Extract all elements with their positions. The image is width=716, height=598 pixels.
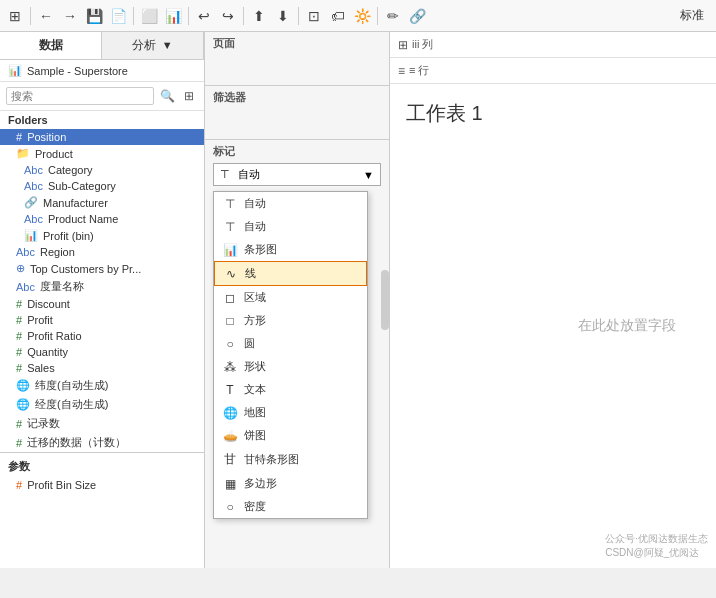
rows-shelf-label: ≡ 行 [409, 63, 429, 78]
field-list: Folders # Position 📁 Product Abc Categor… [0, 111, 204, 568]
field-item-category[interactable]: Abc Category [0, 162, 204, 178]
new-icon[interactable]: 📄 [107, 5, 129, 27]
field-item-recordcount[interactable]: # 记录数 [0, 414, 204, 433]
marks-dropdown-arrow: ▼ [363, 169, 374, 181]
field-item-latitude[interactable]: 🌐 纬度(自动生成) [0, 376, 204, 395]
sort-desc-icon[interactable]: ⬇ [272, 5, 294, 27]
watermark: 公众号·优阅达数据生态CSDN@阿疑_优阅达 [605, 532, 708, 560]
field-item-productname[interactable]: Abc Product Name [0, 211, 204, 227]
filters-title: 筛选器 [213, 90, 381, 105]
field-item-profitbinsize[interactable]: # Profit Bin Size [0, 477, 204, 493]
redo-icon[interactable]: ↪ [217, 5, 239, 27]
field-icon-profit: # [16, 314, 22, 326]
save-icon[interactable]: 💾 [83, 5, 105, 27]
tab-analysis[interactable]: 分析 ▼ [102, 32, 204, 59]
middle-panel: 页面 筛选器 标记 ⊤ 自动 ▼ ⊤ 自动 [205, 32, 390, 568]
field-icon-migrateddata: # [16, 437, 22, 449]
undo-icon[interactable]: ↩ [193, 5, 215, 27]
marks-option-map-icon: 🌐 [222, 406, 238, 420]
columns-shelf-icon: ⊞ [398, 38, 408, 52]
columns-shelf: ⊞ iii 列 [390, 32, 716, 58]
tab-data[interactable]: 数据 [0, 32, 102, 59]
marks-option-pie[interactable]: 🥧 饼图 [214, 424, 367, 447]
marks-option-circle[interactable]: ○ 圆 [214, 332, 367, 355]
pen-icon[interactable]: ✏ [382, 5, 404, 27]
datasource-name: Sample - Superstore [27, 65, 128, 77]
marks-option-auto1[interactable]: ⊤ 自动 [214, 192, 367, 215]
datasource-row: 📊 Sample - Superstore [0, 60, 204, 82]
marks-option-circle-icon: ○ [222, 337, 238, 351]
field-item-profitratio[interactable]: # Profit Ratio [0, 328, 204, 344]
field-icon-measurename: Abc [16, 281, 35, 293]
marks-option-map[interactable]: 🌐 地图 [214, 401, 367, 424]
marks-option-text[interactable]: T 文本 [214, 378, 367, 401]
marks-option-area[interactable]: ◻ 区域 [214, 286, 367, 309]
marks-option-density[interactable]: ○ 密度 [214, 495, 367, 518]
search-icon[interactable]: 🔍 [158, 86, 176, 106]
marks-option-square-label: 方形 [244, 313, 266, 328]
field-item-region[interactable]: Abc Region [0, 244, 204, 260]
main-layout: 数据 分析 ▼ 📊 Sample - Superstore 🔍 ⊞ Folder… [0, 32, 716, 568]
field-label-profitbin: Profit (bin) [43, 230, 94, 242]
field-icon-subcategory: Abc [24, 180, 43, 192]
back-icon[interactable]: ← [35, 5, 57, 27]
toolbar-separator-5 [298, 7, 299, 25]
marks-option-auto1-icon: ⊤ [222, 197, 238, 211]
field-item-quantity[interactable]: # Quantity [0, 344, 204, 360]
field-item-migrateddata[interactable]: # 迁移的数据（计数） [0, 433, 204, 452]
marks-option-gantt[interactable]: 甘 甘特条形图 [214, 447, 367, 472]
marks-option-square[interactable]: □ 方形 [214, 309, 367, 332]
app-logo-icon[interactable]: ⊞ [4, 5, 26, 27]
field-icon-manufacturer: 🔗 [24, 196, 38, 209]
forward-icon[interactable]: → [59, 5, 81, 27]
right-panel: ⊞ iii 列 ≡ ≡ 行 工作表 1 在此处放置字段 公众号·优阅达数据生态C… [390, 32, 716, 568]
marks-option-auto2[interactable]: ⊤ 自动 [214, 215, 367, 238]
field-icon-profitbin: 📊 [24, 229, 38, 242]
marks-option-line-label: 线 [245, 266, 256, 281]
marks-option-line[interactable]: ∿ 线 [214, 261, 367, 286]
field-item-discount[interactable]: # Discount [0, 296, 204, 312]
marks-option-area-icon: ◻ [222, 291, 238, 305]
marks-title: 标记 [213, 144, 381, 159]
field-item-sales[interactable]: # Sales [0, 360, 204, 376]
sort-asc-icon[interactable]: ⬆ [248, 5, 270, 27]
field-item-subcategory[interactable]: Abc Sub-Category [0, 178, 204, 194]
marks-dropdown-label: 自动 [238, 167, 260, 182]
field-item-position[interactable]: # Position [0, 129, 204, 145]
middle-scrollbar[interactable] [381, 270, 389, 330]
field-item-manufacturer[interactable]: 🔗 Manufacturer [0, 194, 204, 211]
data-icon[interactable]: 📊 [162, 5, 184, 27]
field-item-longitude[interactable]: 🌐 经度(自动生成) [0, 395, 204, 414]
field-icon-position: # [16, 131, 22, 143]
field-item-profitbin[interactable]: 📊 Profit (bin) [0, 227, 204, 244]
field-label-product: Product [35, 148, 73, 160]
field-item-topcustomers[interactable]: ⊕ Top Customers by Pr... [0, 260, 204, 277]
show-labels-icon[interactable]: 🏷 [327, 5, 349, 27]
marks-option-text-label: 文本 [244, 382, 266, 397]
highlight-icon[interactable]: 🔆 [351, 5, 373, 27]
filters-content [213, 107, 381, 135]
field-icon-productname: Abc [24, 213, 43, 225]
grid-view-icon[interactable]: ⊞ [180, 86, 198, 106]
field-item-profit[interactable]: # Profit [0, 312, 204, 328]
drop-hint: 在此处放置字段 [578, 317, 676, 335]
field-icon-latitude: 🌐 [16, 379, 30, 392]
field-label-subcategory: Sub-Category [48, 180, 116, 192]
field-item-product[interactable]: 📁 Product [0, 145, 204, 162]
parameters-header[interactable]: 参数 [0, 456, 204, 477]
field-label-region: Region [40, 246, 75, 258]
toolbar-separator-6 [377, 7, 378, 25]
connect-icon[interactable]: ⬜ [138, 5, 160, 27]
field-item-measurename[interactable]: Abc 度量名称 [0, 277, 204, 296]
search-input[interactable] [6, 87, 154, 105]
fit-width-icon[interactable]: ⊡ [303, 5, 325, 27]
marks-dropdown-button[interactable]: ⊤ 自动 ▼ [213, 163, 381, 186]
field-icon-topcustomers: ⊕ [16, 262, 25, 275]
folders-header[interactable]: Folders [0, 111, 204, 129]
link-icon[interactable]: 🔗 [406, 5, 428, 27]
marks-option-shape[interactable]: ⁂ 形状 [214, 355, 367, 378]
marks-option-bar[interactable]: 📊 条形图 [214, 238, 367, 261]
marks-option-polygon[interactable]: ▦ 多边形 [214, 472, 367, 495]
marks-dropdown[interactable]: ⊤ 自动 ▼ ⊤ 自动 ⊤ 自动 📊 条形图 [213, 163, 381, 186]
tab-analysis-arrow[interactable]: ▼ [162, 39, 173, 51]
